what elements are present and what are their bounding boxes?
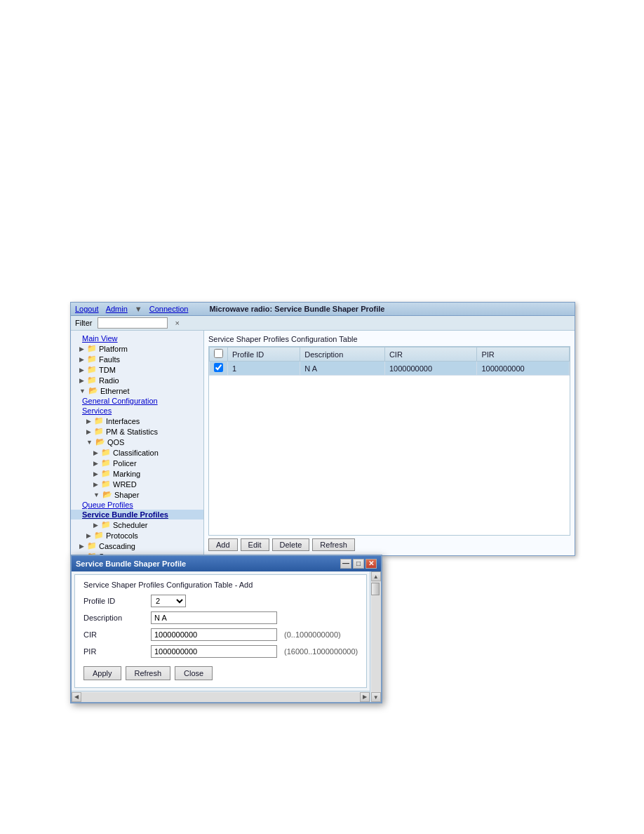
row-profile-id: 1 [228, 362, 300, 376]
scroll-left-arrow[interactable]: ◀ [72, 692, 81, 702]
sidebar-item-classification[interactable]: ▶ 📁 Classification [71, 447, 203, 458]
description-label: Description [83, 614, 147, 622]
dialog-apply-button[interactable]: Apply [83, 666, 121, 680]
sidebar-item-shaper[interactable]: ▼ 📂 Shaper [71, 489, 203, 500]
row-checkbox[interactable] [214, 363, 223, 372]
cir-row: CIR (0..1000000000) [83, 628, 358, 641]
dialog-action-bar: Apply Refresh Close [83, 662, 358, 682]
dialog-minimize-button[interactable]: — [340, 559, 351, 569]
sidebar-item-radio[interactable]: ▶ 📁 Radio [71, 375, 203, 385]
dialog-main-col: Service Shaper Profiles Configuration Ta… [72, 571, 370, 702]
bottom-scrollbar: ◀ ▶ [72, 691, 370, 702]
filter-clear-button[interactable]: × [173, 319, 180, 327]
sidebar-item-cascading[interactable]: ▶ 📁 Cascading [71, 541, 203, 551]
sidebar-label: Interfaces [106, 417, 140, 425]
folder-icon: 📂 [88, 386, 98, 395]
dialog-close-btn[interactable]: Close [175, 666, 213, 680]
sidebar-label: Shaper [114, 491, 139, 499]
sidebar-label: QOS [107, 438, 124, 446]
main-window: Logout Admin ▼ Connection Microwave radi… [70, 302, 575, 556]
refresh-button[interactable]: Refresh [312, 538, 355, 551]
dialog-refresh-button[interactable]: Refresh [126, 666, 171, 680]
cir-label: CIR [83, 630, 147, 639]
add-button[interactable]: Add [208, 538, 238, 551]
sidebar-label: Protocols [106, 531, 138, 540]
edit-button[interactable]: Edit [241, 538, 269, 551]
config-table-container: Profile ID Description CIR PIR 1 N [208, 346, 570, 536]
description-input[interactable] [151, 611, 277, 624]
sidebar-label: Ethernet [100, 387, 130, 395]
sidebar-item-interfaces[interactable]: ▶ 📁 Interfaces [71, 416, 203, 426]
expand-icon: ▶ [79, 377, 84, 384]
sidebar-label: Policer [113, 459, 137, 468]
sidebar-item-general-config[interactable]: General Configuration [71, 396, 203, 406]
sidebar-item-marking[interactable]: ▶ 📁 Marking [71, 468, 203, 479]
dialog-restore-button[interactable]: □ [353, 559, 364, 569]
sidebar-item-mainview[interactable]: Main View [71, 333, 203, 343]
scroll-right-arrow[interactable]: ▶ [360, 692, 370, 702]
scroll-up-arrow[interactable]: ▲ [371, 571, 381, 581]
row-cir: 1000000000 [384, 362, 477, 376]
dialog-close-button[interactable]: ✕ [365, 559, 377, 569]
sidebar-item-wred[interactable]: ▶ 📁 WRED [71, 479, 203, 489]
sidebar-label: PM & Statistics [106, 428, 158, 436]
expand-icon: ▶ [79, 543, 84, 550]
dialog-title: Service Bundle Shaper Profile [76, 560, 186, 568]
sidebar-label: Service Bundle Profiles [82, 510, 168, 519]
folder-icon: 📁 [101, 479, 111, 489]
sidebar-item-queue-profiles[interactable]: Queue Profiles [71, 500, 203, 510]
content-title: Service Shaper Profiles Configuration Ta… [208, 335, 570, 343]
expand-icon: ▶ [86, 532, 91, 539]
row-check-cell [210, 362, 228, 376]
folder-icon: 📂 [102, 490, 112, 499]
sidebar-item-faults[interactable]: ▶ 📁 Faults [71, 354, 203, 364]
expand-icon: ▶ [93, 522, 98, 529]
profile-id-select[interactable]: 1 2 3 4 [151, 595, 186, 607]
main-toolbar: Filter × [71, 316, 575, 331]
profile-id-label: Profile ID [83, 597, 147, 605]
folder-icon: 📁 [87, 355, 97, 364]
col-description: Description [300, 348, 385, 362]
expand-icon: ▶ [79, 366, 84, 373]
scroll-track-vertical [371, 581, 381, 692]
folder-icon: 📁 [101, 448, 111, 457]
expand-icon: ▶ [86, 428, 91, 435]
description-row: Description [83, 611, 358, 624]
cir-input[interactable] [151, 628, 277, 641]
sidebar-label: Scheduler [113, 521, 148, 529]
expand-icon: ▼ [93, 491, 100, 498]
row-pir: 1000000000 [477, 362, 570, 376]
col-profile-id: Profile ID [228, 348, 300, 362]
pir-row: PIR (16000..1000000000) [83, 645, 358, 658]
sidebar-item-scheduler[interactable]: ▶ 📁 Scheduler [71, 519, 203, 530]
sidebar-label: TDM [99, 366, 116, 374]
sidebar-item-ethernet[interactable]: ▼ 📂 Ethernet [71, 385, 203, 396]
filter-input[interactable] [98, 317, 168, 329]
admin-link[interactable]: Admin [106, 305, 128, 313]
sidebar-item-policer[interactable]: ▶ 📁 Policer [71, 458, 203, 468]
sidebar-item-services[interactable]: Services [71, 406, 203, 416]
sidebar-label: General Configuration [82, 397, 158, 405]
folder-icon: 📁 [94, 416, 104, 425]
sidebar-item-protocols[interactable]: ▶ 📁 Protocols [71, 530, 203, 541]
sidebar-item-service-bundle-profiles[interactable]: Service Bundle Profiles [71, 510, 203, 519]
cir-hint: (0..1000000000) [284, 630, 341, 639]
sidebar-label: Radio [99, 376, 119, 385]
pir-input[interactable] [151, 645, 277, 658]
logout-link[interactable]: Logout [75, 305, 99, 313]
select-all-checkbox[interactable] [214, 349, 223, 358]
folder-icon: 📁 [101, 458, 111, 468]
row-description: N A [300, 362, 385, 376]
expand-icon: ▶ [93, 460, 98, 467]
col-pir: PIR [477, 348, 570, 362]
scroll-down-arrow[interactable]: ▼ [371, 692, 381, 702]
sidebar-item-qos[interactable]: ▼ 📂 QOS [71, 437, 203, 447]
sidebar-item-tdm[interactable]: ▶ 📁 TDM [71, 364, 203, 375]
connection-link[interactable]: Connection [149, 305, 189, 313]
expand-icon: ▶ [93, 449, 98, 456]
sidebar-item-platform[interactable]: ▶ 📁 Platform [71, 343, 203, 354]
delete-button[interactable]: Delete [272, 538, 310, 551]
sidebar-item-pm-statistics[interactable]: ▶ 📁 PM & Statistics [71, 426, 203, 437]
expand-icon: ▼ [79, 388, 86, 395]
table-row[interactable]: 1 N A 1000000000 1000000000 [210, 362, 570, 376]
